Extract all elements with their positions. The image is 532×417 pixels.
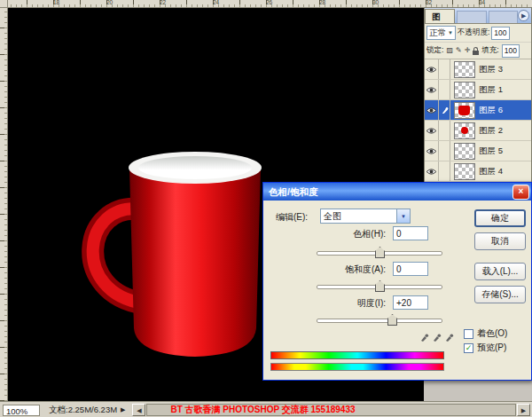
saturation-value-field[interactable]: 0 <box>393 262 428 276</box>
hue-slider-thumb[interactable] <box>375 247 385 258</box>
fill-value: 100 <box>505 46 517 55</box>
preview-checkbox-row[interactable]: ✓ 预览(P) <box>464 342 506 354</box>
watermark-text: BT 古歌香满 PHOTOSHOP 交流群 155189433 <box>170 404 355 416</box>
lock-all-icon[interactable] <box>473 51 479 55</box>
zoom-level-field[interactable]: 100% <box>3 405 40 416</box>
eyedropper-minus-icon[interactable] <box>444 331 454 342</box>
tab-stub[interactable] <box>457 11 486 23</box>
layer-row[interactable]: 图层 2 <box>425 121 531 141</box>
ruler-number: 34 <box>479 0 485 5</box>
ruler-number: 20 <box>106 0 113 5</box>
lightness-label: 明度(I): <box>270 297 386 310</box>
layer-name: 图层 5 <box>479 146 503 157</box>
ruler-number: 22 <box>160 0 166 5</box>
link-cell[interactable] <box>439 59 450 79</box>
layer-name: 图层 4 <box>479 166 503 177</box>
ruler-number: 28 <box>319 0 325 5</box>
layer-thumbnail[interactable] <box>454 61 475 78</box>
lightness-value-field[interactable]: +20 <box>393 295 428 310</box>
eye-icon[interactable] <box>425 59 439 79</box>
hue-spectrum-bar-bottom <box>270 363 444 371</box>
layer-row[interactable]: 图层 4 <box>425 161 531 182</box>
eye-icon[interactable] <box>425 161 439 181</box>
layer-name: 图层 1 <box>479 84 503 96</box>
layer-row[interactable]: 图层 3 <box>425 59 531 80</box>
saturation-label: 饱和度(A): <box>270 264 386 276</box>
eye-icon[interactable] <box>425 141 439 161</box>
eye-icon[interactable] <box>425 80 439 99</box>
load-button[interactable]: 载入(L)... <box>474 263 526 280</box>
hue-spectrum-bar-top <box>270 351 444 359</box>
lock-row: 锁定: ▨ ✎ ✛ 填充: 100 <box>425 43 531 59</box>
document-size-info: 文档:2.25M/6.23M <box>49 405 117 416</box>
tab-layers[interactable]: 图层 <box>425 9 455 23</box>
edit-channel-select[interactable]: 全图 ▼ <box>320 208 411 224</box>
ruler-corner <box>0 0 8 8</box>
scroll-right-button[interactable]: ▶ <box>517 404 530 416</box>
hue-label: 色相(H): <box>270 228 386 240</box>
status-menu-arrow-icon[interactable]: ▶ <box>121 406 125 413</box>
tab-stub[interactable] <box>489 11 518 23</box>
scroll-left-button[interactable]: ◀ <box>132 404 145 416</box>
close-icon[interactable]: × <box>512 185 529 200</box>
lightness-slider-track[interactable] <box>317 319 442 323</box>
saturation-slider-thumb[interactable] <box>375 280 385 292</box>
layer-thumbnail[interactable] <box>454 163 475 180</box>
colorize-checkbox[interactable] <box>464 329 473 339</box>
blend-mode-select[interactable]: 正常 ▼ <box>426 26 456 40</box>
layer-thumbnail[interactable] <box>454 102 475 119</box>
ruler-number: 32 <box>426 0 432 5</box>
colorize-label: 着色(O) <box>477 327 507 340</box>
colorize-checkbox-row[interactable]: 着色(O) <box>464 327 507 340</box>
cancel-button[interactable]: 取消 <box>474 232 526 250</box>
opacity-field[interactable]: 100 <box>491 27 509 40</box>
opacity-value: 100 <box>494 28 506 37</box>
photoshop-window: 18 20 22 24 26 28 30 32 34 <box>0 0 532 417</box>
status-bar: 100% 文档:2.25M/6.23M ▶ ◀ BT 古歌香满 PHOTOSHO… <box>0 401 532 417</box>
horizontal-scrollbar-track[interactable]: BT 古歌香满 PHOTOSHOP 交流群 155189433 <box>146 404 516 416</box>
ok-button[interactable]: 确定 <box>474 209 526 227</box>
layer-row[interactable]: 图层 5 <box>425 141 531 161</box>
ruler-number: 18 <box>53 0 59 5</box>
blend-mode-row: 正常 ▼ 不透明度: 100 <box>425 24 531 43</box>
brush-icon <box>439 100 450 120</box>
layer-thumbnail[interactable] <box>454 82 475 98</box>
dialog-title: 色相/饱和度 <box>269 186 317 197</box>
ruler-number: 30 <box>372 0 379 5</box>
fill-field[interactable]: 100 <box>502 44 520 58</box>
layer-name: 图层 2 <box>479 125 503 137</box>
link-cell[interactable] <box>439 161 450 181</box>
lock-pixels-icon[interactable]: ✎ <box>456 46 462 55</box>
layer-list: 图层 3 图层 1 图层 6 图层 2 <box>425 59 531 182</box>
link-cell[interactable] <box>439 121 450 140</box>
palette-menu-button[interactable]: ▶ <box>518 10 529 21</box>
layer-row-selected[interactable]: 图层 6 <box>425 100 531 121</box>
layer-name: 图层 3 <box>479 64 503 75</box>
layer-thumbnail[interactable] <box>454 143 475 160</box>
palette-tab-bar: 图层 ▶ <box>425 8 531 24</box>
hue-value-field[interactable]: 0 <box>393 226 428 240</box>
lightness-slider-thumb[interactable] <box>387 314 397 326</box>
save-button[interactable]: 存储(S)... <box>474 286 526 303</box>
link-cell[interactable] <box>439 80 450 99</box>
preview-label: 预览(P) <box>477 342 506 354</box>
ruler-number: 26 <box>266 0 272 5</box>
lock-transparency-icon[interactable]: ▨ <box>446 46 453 55</box>
eyedropper-icon[interactable] <box>419 331 429 342</box>
dialog-title-bar[interactable]: 色相/饱和度 <box>263 183 531 201</box>
layer-row[interactable]: 图层 1 <box>425 80 531 100</box>
lock-position-icon[interactable]: ✛ <box>465 46 471 55</box>
fill-label: 填充: <box>481 45 498 56</box>
chevron-down-icon: ▼ <box>448 30 453 35</box>
lock-label: 锁定: <box>426 45 443 56</box>
eye-icon[interactable] <box>425 121 439 140</box>
chevron-down-icon: ▼ <box>396 209 410 223</box>
ruler-left <box>0 7 8 401</box>
link-cell[interactable] <box>439 141 450 161</box>
edit-channel-value: 全图 <box>321 210 396 223</box>
layer-thumbnail[interactable] <box>454 122 475 139</box>
preview-checkbox[interactable]: ✓ <box>464 343 473 353</box>
eyedropper-plus-icon[interactable] <box>432 331 442 342</box>
opacity-label: 不透明度: <box>458 28 489 38</box>
eye-icon[interactable] <box>425 100 439 120</box>
